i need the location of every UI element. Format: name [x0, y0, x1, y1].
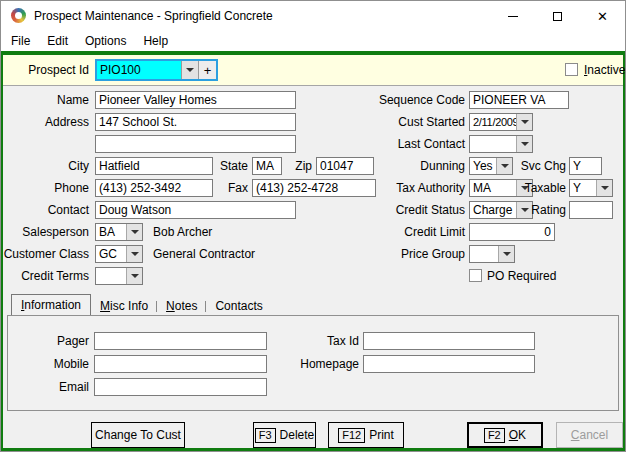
last-contact-dropdown-button[interactable] [516, 136, 532, 152]
phone-field[interactable] [95, 179, 213, 197]
inactive-label: Inactive [584, 61, 625, 79]
fax-label: Fax [215, 179, 248, 197]
svc-chg-field[interactable] [569, 157, 602, 175]
mobile-label: Mobile [14, 355, 89, 373]
window-body: Prospect Id PIO100 + Inactive Name Addre… [1, 51, 625, 451]
minimize-icon [508, 16, 518, 17]
f3-key-badge: F3 [255, 428, 276, 443]
add-prospect-button[interactable]: + [198, 61, 216, 79]
print-button-label: Print [369, 428, 394, 442]
contact-field[interactable] [95, 201, 296, 219]
dunning-combobox[interactable]: Yes [469, 157, 513, 175]
prospect-id-dropdown-button[interactable] [181, 61, 198, 79]
credit-status-label: Credit Status [373, 201, 465, 219]
taxable-label: Taxable [508, 179, 566, 197]
customer-class-dropdown-button[interactable] [126, 246, 142, 262]
po-required-checkbox[interactable] [469, 269, 482, 282]
prospect-id-combobox[interactable]: PIO100 + [95, 59, 218, 81]
tab-misc-info[interactable]: Misc Info [91, 298, 157, 315]
cancel-button[interactable]: Cancel [556, 422, 623, 448]
cancel-button-label: Cancel [571, 428, 608, 442]
chevron-down-icon [131, 230, 139, 234]
rating-field[interactable] [569, 201, 613, 219]
cust-started-value: 2/11/2009 [470, 114, 516, 130]
taxable-combobox[interactable]: Y [569, 179, 613, 197]
mobile-field[interactable] [94, 355, 267, 373]
ok-button[interactable]: F2 OK [467, 422, 543, 448]
rating-label: Rating [508, 201, 566, 219]
homepage-field[interactable] [363, 355, 535, 373]
maximize-button[interactable] [535, 1, 580, 31]
tab-contacts[interactable]: Contacts [206, 298, 271, 315]
delete-button-label: Delete [280, 428, 315, 442]
pager-field[interactable] [94, 332, 267, 350]
chevron-down-icon [521, 120, 529, 124]
close-button[interactable]: ✕ [580, 1, 625, 31]
state-field[interactable] [252, 157, 282, 175]
zip-label: Zip [281, 157, 312, 175]
chevron-down-icon [186, 68, 194, 72]
svc-chg-label: Svc Chg [508, 157, 566, 175]
tab-notes[interactable]: Notes [157, 298, 206, 315]
phone-label: Phone [3, 179, 89, 197]
name-field[interactable] [95, 91, 296, 109]
salesperson-value: BA [96, 224, 126, 240]
inactive-checkbox[interactable] [565, 63, 578, 76]
salesperson-dropdown-button[interactable] [126, 224, 142, 240]
credit-terms-combobox[interactable] [95, 267, 143, 285]
prospect-id-value[interactable]: PIO100 [97, 61, 181, 79]
tax-id-field[interactable] [363, 332, 535, 350]
sequence-code-label: Sequence Code [373, 91, 465, 109]
dunning-value: Yes [470, 158, 496, 174]
price-group-combobox[interactable] [469, 245, 515, 263]
price-group-dropdown-button[interactable] [498, 246, 514, 262]
customer-class-name: General Contractor [153, 245, 255, 263]
po-required-label: PO Required [487, 267, 556, 285]
cust-started-dropdown-button[interactable] [516, 114, 532, 130]
menu-options[interactable]: Options [85, 31, 126, 51]
window-title: Prospect Maintenance - Springfield Concr… [34, 1, 273, 31]
tab-information[interactable]: Information [11, 294, 91, 315]
prospect-id-label: Prospect Id [3, 61, 89, 79]
app-logo-icon [11, 8, 26, 23]
credit-terms-dropdown-button[interactable] [126, 268, 142, 284]
menu-file[interactable]: File [11, 31, 30, 51]
menu-help[interactable]: Help [143, 31, 168, 51]
f12-key-badge: F12 [338, 428, 365, 443]
salesperson-name: Bob Archer [153, 223, 212, 241]
zip-field[interactable] [316, 157, 374, 175]
address2-field[interactable] [95, 135, 296, 153]
prospect-id-bar: Prospect Id PIO100 + Inactive [3, 55, 623, 86]
state-label: State [215, 157, 248, 175]
menu-edit[interactable]: Edit [47, 31, 68, 51]
sequence-code-field[interactable] [469, 91, 569, 109]
delete-button[interactable]: F3 Delete [253, 422, 316, 448]
cust-started-label: Cust Started [373, 113, 465, 131]
change-to-cust-button[interactable]: Change To Cust [91, 422, 185, 448]
salesperson-combobox[interactable]: BA [95, 223, 143, 241]
last-contact-combobox[interactable] [469, 135, 533, 153]
chevron-down-icon [131, 274, 139, 278]
customer-class-combobox[interactable]: GC [95, 245, 143, 263]
credit-limit-label: Credit Limit [373, 223, 465, 241]
last-contact-label: Last Contact [373, 135, 465, 153]
email-field[interactable] [94, 378, 267, 396]
pager-label: Pager [14, 332, 89, 350]
chevron-down-icon [503, 252, 511, 256]
last-contact-value [470, 136, 516, 152]
dunning-label: Dunning [373, 157, 465, 175]
credit-terms-label: Credit Terms [3, 267, 89, 285]
cust-started-combobox[interactable]: 2/11/2009 [469, 113, 533, 131]
fax-field[interactable] [252, 179, 376, 197]
customer-class-label: Customer Class [3, 245, 89, 263]
f2-key-badge: F2 [484, 428, 505, 443]
address-label: Address [3, 113, 89, 131]
city-field[interactable] [95, 157, 213, 175]
contact-label: Contact [3, 201, 89, 219]
information-tab-panel: Pager Mobile Email Tax Id Homepage [7, 315, 619, 411]
minimize-button[interactable] [490, 1, 535, 31]
taxable-dropdown-button[interactable] [596, 180, 612, 196]
print-button[interactable]: F12 Print [328, 422, 404, 448]
credit-limit-field[interactable] [469, 223, 555, 241]
address-field[interactable] [95, 113, 296, 131]
